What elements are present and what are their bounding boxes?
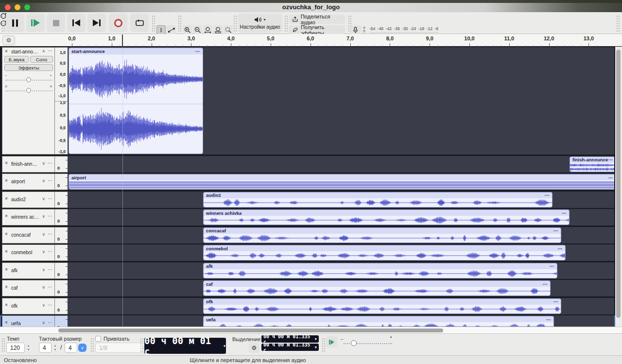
track-header[interactable]: ×afk∨⋯ [2, 262, 55, 279]
track-menu-icon[interactable]: ⋯ [48, 249, 52, 254]
time-sig-lower-dropdown[interactable]: ∨ [78, 344, 86, 352]
transport-grip[interactable] [1, 15, 5, 32]
timeline-ruler[interactable]: ⚙ 0,01,02,03,04,05,06,07,08,09,010,011,0… [0, 34, 622, 47]
selection-end-field[interactable]: 00 ч 00 м 01.335 с ▼ [261, 344, 319, 351]
loop-button[interactable] [130, 14, 149, 32]
close-track-icon[interactable]: × [5, 302, 8, 308]
tempo-stepper[interactable]: ▴▾ [25, 343, 32, 353]
snap-checkbox[interactable] [95, 336, 101, 342]
speed-slider-thumb[interactable] [351, 340, 357, 346]
play-button[interactable] [26, 14, 45, 32]
expand-track-icon[interactable]: ∨ [42, 320, 45, 325]
expand-track-icon[interactable]: ∨ [42, 285, 45, 290]
time-sig-upper-input[interactable]: 4 [39, 343, 52, 353]
clip-header[interactable]: uefa⋯ [204, 316, 553, 322]
track-content[interactable]: finish-announce⋯ [68, 156, 614, 173]
get-effects-button[interactable]: Получить эффекты [289, 25, 345, 35]
track-content[interactable]: conmebol⋯ [68, 244, 614, 261]
clip-menu-icon[interactable]: ⋯ [608, 175, 614, 180]
track-menu-icon[interactable]: ⋯ [48, 178, 52, 183]
track-header[interactable]: ×finish-announce∨⋯ [2, 156, 55, 173]
track-name[interactable]: concacaf [11, 232, 39, 238]
envelope-tool-button[interactable] [167, 25, 176, 35]
audio-clip[interactable]: finish-announce⋯ [570, 156, 614, 172]
vertical-scrollbar-thumb[interactable] [616, 50, 621, 318]
expand-track-icon[interactable]: ∨ [42, 232, 45, 237]
time-grip[interactable] [140, 338, 143, 352]
clip-menu-icon[interactable]: ⋯ [546, 317, 552, 322]
close-track-icon[interactable]: × [5, 320, 8, 325]
stop-button[interactable] [47, 14, 65, 32]
edit-grip[interactable] [178, 15, 181, 32]
track-content[interactable]: ofk⋯ [68, 298, 614, 314]
track-menu-icon[interactable]: ⋯ [48, 196, 52, 201]
track-vertical-ruler[interactable]: 0 [55, 227, 68, 243]
clip-header[interactable]: conmebol⋯ [204, 245, 565, 251]
expand-track-icon[interactable]: ∨ [42, 161, 45, 166]
close-track-icon[interactable]: × [5, 284, 8, 290]
clip-header[interactable]: caf⋯ [204, 281, 550, 287]
close-track-icon[interactable]: × [5, 231, 8, 237]
record-button[interactable] [109, 14, 127, 32]
audio-clip[interactable]: airport⋯ [69, 174, 614, 190]
close-track-icon[interactable]: × [5, 249, 8, 254]
skip-to-end-button[interactable] [87, 14, 106, 32]
horizontal-scrollbar-thumb[interactable] [58, 329, 443, 332]
clip-header[interactable]: winners achivka⋯ [204, 210, 569, 216]
track-name[interactable]: afk [11, 268, 39, 273]
audio-clip[interactable]: uefa⋯ [203, 316, 554, 327]
close-track-icon[interactable]: × [5, 178, 8, 183]
close-track-icon[interactable]: × [5, 196, 8, 201]
close-track-icon[interactable]: × [5, 49, 8, 54]
track-vertical-ruler[interactable]: 0 [55, 280, 68, 296]
clip-header[interactable]: finish-announce⋯ [570, 157, 614, 163]
playhead-cursor[interactable] [122, 35, 123, 47]
selection-tool-button[interactable]: I [156, 25, 166, 35]
track-content[interactable]: airport⋯ [68, 173, 614, 190]
speed-grip[interactable] [322, 338, 325, 352]
track-content[interactable]: start-announce⋯ [68, 47, 614, 155]
audio-clip[interactable]: caf⋯ [203, 280, 551, 296]
audio-clip[interactable]: concacaf⋯ [203, 227, 561, 243]
zoom-out-button[interactable] [193, 25, 202, 35]
solo-button[interactable]: Соло [30, 56, 53, 63]
expand-track-icon[interactable]: ∨ [42, 196, 45, 201]
collapse-track-icon[interactable]: ∧ [42, 49, 45, 53]
track-menu-icon[interactable]: ⋯ [48, 267, 52, 272]
track-content[interactable]: audio2⋯ [68, 191, 614, 208]
track-name[interactable]: finish-announce [11, 161, 39, 167]
track-name[interactable]: uefa [11, 321, 39, 326]
close-track-icon[interactable]: × [5, 267, 8, 272]
zoom-in-button[interactable] [183, 25, 192, 35]
track-name[interactable]: ofk [11, 303, 39, 309]
audio-setup-button[interactable]: ▾ Настройки аудио [238, 14, 282, 33]
track-content[interactable]: uefa⋯ [68, 315, 614, 327]
time-display[interactable]: 00 ч 00 м 01 с ▾ [144, 338, 226, 354]
track-header[interactable]: ×conmebol∨⋯ [2, 244, 55, 261]
horizontal-scrollbar[interactable] [0, 327, 622, 333]
track-name[interactable]: caf [11, 285, 39, 291]
clip-menu-icon[interactable]: ⋯ [553, 299, 559, 304]
clip-menu-icon[interactable]: ⋯ [608, 157, 614, 162]
vertical-scrollbar[interactable] [615, 47, 622, 327]
skip-to-start-button[interactable] [67, 14, 86, 32]
pan-slider-thumb[interactable] [26, 88, 31, 93]
track-content[interactable]: concacaf⋯ [68, 227, 614, 243]
share-audio-button[interactable]: Поделиться аудио [289, 15, 345, 24]
track-header[interactable]: ×uefa∨⋯ [2, 315, 55, 327]
track-vertical-ruler[interactable]: 0 [55, 209, 68, 225]
close-track-icon[interactable]: × [5, 213, 8, 219]
track-menu-icon[interactable]: ⋯ [48, 48, 52, 53]
time-sig-grip[interactable] [1, 338, 5, 352]
audio-clip[interactable]: winners achivka⋯ [203, 209, 570, 225]
track-header[interactable]: ×concacaf∨⋯ [2, 227, 55, 243]
record-meter-button[interactable] [351, 25, 360, 35]
track-name[interactable]: start-announce [11, 49, 39, 54]
clip-menu-icon[interactable]: ⋯ [562, 210, 567, 216]
snap-grip[interactable] [90, 338, 94, 352]
audio-clip[interactable]: ofk⋯ [203, 298, 561, 314]
track-header[interactable]: ×airport∨⋯ [2, 173, 55, 190]
track-header[interactable]: ×caf∨⋯ [2, 280, 55, 296]
track-header[interactable]: ×winners achivka∨⋯ [2, 209, 55, 225]
clip-header[interactable]: audio2⋯ [204, 192, 552, 198]
